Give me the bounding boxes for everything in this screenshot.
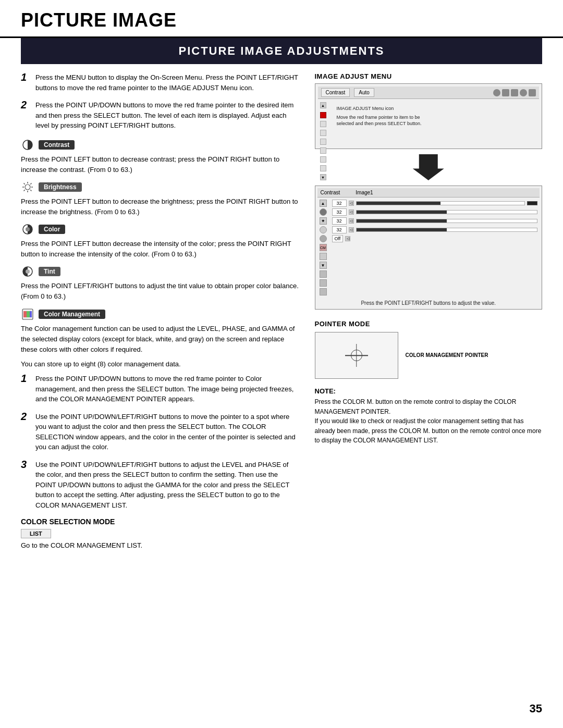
right-column: IMAGE ADJUST MENU Contrast Auto (315, 64, 543, 555)
m2-icon-contrast (320, 208, 327, 216)
m2-icon-colormgmt: CM (320, 244, 327, 251)
step-text-3b: Use the POINT UP/DOWN/LEFT/RIGHT buttons… (35, 460, 299, 511)
step-3b: 3 Use the POINT UP/DOWN/LEFT/RIGHT butto… (21, 460, 299, 511)
step-num-1: 1 (21, 71, 30, 93)
m2-icon-down: ▼ (320, 262, 327, 269)
pointer-mode-title: POINTER MODE (315, 320, 543, 328)
note-section: NOTE: Press the COLOR M. button on the r… (315, 387, 543, 446)
image-adjust-title: IMAGE ADJUST MENU (315, 72, 543, 80)
menu2-row-1: 32 ◁ (332, 200, 538, 207)
tint-icon (21, 265, 34, 278)
step-1: 1 Press the MENU button to display the O… (21, 72, 299, 93)
contrast-text: Press the POINT LEFT button to decrease … (21, 154, 299, 175)
svg-line-6 (24, 183, 25, 184)
menu2-bar-4 (356, 228, 538, 232)
menu2-tab1: Contrast (321, 190, 340, 195)
menu-icon-1 (493, 89, 500, 96)
step-num-1b: 1 (21, 373, 30, 404)
brightness-icon (21, 180, 34, 194)
menu2-icons: ▲ ✦ CM ▼ (320, 200, 330, 295)
menu2-bar-1 (356, 201, 525, 205)
menu-icon-3 (511, 89, 518, 96)
menu2-left-arrow-5[interactable]: ◁ (345, 236, 350, 241)
big-arrow (315, 154, 543, 180)
step-text-2b: Use the POINT UP/DOWN/LEFT/RIGHT buttons… (35, 412, 299, 452)
svg-line-9 (24, 190, 25, 191)
arrow-up: ▲ (320, 102, 326, 108)
m2-icon-brightness: ✦ (320, 217, 327, 225)
section-header: PICTURE IMAGE ADJUSTMENTS (21, 38, 542, 64)
left-column: 1 Press the MENU button to display the O… (21, 64, 299, 555)
m2-icon-extra2 (320, 270, 327, 278)
menu2-left-arrow-3[interactable]: ◁ (349, 218, 354, 224)
m2-icon-tint (320, 235, 327, 242)
menu-body-1: ▲ ▼ IMAGE ADJUST Menu icon Move the red … (318, 99, 540, 146)
pointer-mode-section: POINTER MODE COLOR MANAGEMENT POINTER (315, 320, 543, 379)
page-number: 35 (530, 702, 542, 715)
menu2-bar-2 (356, 210, 538, 214)
step-num-3b: 3 (21, 459, 30, 511)
tint-row: Tint (21, 265, 299, 278)
tint-text: Press the POINT LEFT/RIGHT buttons to ad… (21, 281, 299, 302)
step-2b: 2 Use the POINT UP/DOWN/LEFT/RIGHT butto… (21, 412, 299, 452)
menu2-header: Contrast Image1 (317, 188, 540, 198)
m2-icon-extra4 (320, 288, 327, 295)
m2-icon-color (320, 226, 327, 233)
m2-icon-up: ▲ (320, 200, 327, 207)
color-icon (21, 223, 34, 236)
menu2-row-3: 32 ◁ (332, 217, 538, 225)
menu-icon-5 (529, 89, 536, 96)
pointer-box (315, 332, 398, 379)
step-num-2b: 2 (21, 411, 30, 452)
page-header: PICTURE IMAGE (0, 0, 563, 38)
m2-icon-extra (320, 253, 327, 260)
step-2: 2 Press the POINT UP/DOWN buttons to mov… (21, 100, 299, 131)
step-1b: 1 Press the POINT UP/DOWN buttons to mov… (21, 374, 299, 404)
menu-icon-2 (502, 89, 509, 96)
menu2-body: ▲ ✦ CM ▼ 32 (317, 198, 540, 298)
svg-line-8 (30, 183, 31, 184)
menu2-val-2: 32 (332, 208, 347, 216)
menu-icons (493, 89, 536, 96)
svg-rect-15 (23, 311, 27, 317)
note-title: NOTE: (315, 387, 543, 395)
down-arrow-shape (413, 154, 444, 180)
menu2-val-1: 32 (332, 200, 347, 207)
menu-top-bar: Contrast Auto (318, 87, 540, 99)
menu2-data-rows: 32 ◁ 32 ◁ (332, 200, 538, 295)
menu-icon-4 (520, 89, 527, 96)
menu2-left-arrow-4[interactable]: ◁ (349, 227, 354, 232)
menu-mockup-1: Contrast Auto ▲ (315, 83, 543, 149)
menu2-val-3: 32 (332, 217, 347, 225)
m2-icon-extra3 (320, 279, 327, 287)
svg-point-13 (26, 269, 30, 274)
color-text: Press the POINT LEFT button decrease the… (21, 239, 299, 260)
menu2-off-val: Off (332, 235, 344, 242)
image-adjust-section: IMAGE ADJUST MENU Contrast Auto (315, 72, 543, 310)
color-label: Color (39, 225, 65, 234)
brightness-row: Brightness (21, 180, 299, 194)
color-row: Color (21, 223, 299, 236)
crosshair (345, 344, 368, 367)
menu-tab-1: Contrast (321, 88, 350, 97)
colormgmt-icon (21, 307, 34, 321)
list-button[interactable]: LIST (21, 529, 51, 538)
menu-callout: Move the red frame pointer to item to be… (337, 114, 431, 127)
colormgmt-text1: The Color management function can be use… (21, 324, 299, 355)
colormgmt-text2: You can store up to eight (8) color mana… (21, 359, 299, 369)
crosshair-circle (351, 350, 362, 361)
colormgmt-row: Color Management (21, 307, 299, 321)
step-text-1: Press the MENU button to display the On-… (35, 72, 299, 93)
note-text: Press the COLOR M. button on the remote … (315, 397, 543, 446)
menu2-left-arrow-2[interactable]: ◁ (349, 209, 354, 215)
menu2-left-arrow-1[interactable]: ◁ (349, 201, 354, 206)
list-text: Go to the COLOR MANAGEMENT LIST. (21, 540, 299, 551)
color-selection-section: COLOR SELECTION MODE LIST Go to the COLO… (21, 517, 299, 551)
menu2-row-4: 32 ◁ (332, 226, 538, 233)
colormgmt-label: Color Management (39, 310, 105, 319)
step-text-1b: Press the POINT UP/DOWN buttons to move … (35, 374, 299, 404)
content-area: 1 Press the MENU button to display the O… (0, 64, 563, 555)
page-title: PICTURE IMAGE (21, 9, 542, 31)
svg-line-7 (30, 190, 31, 191)
svg-point-11 (26, 227, 30, 231)
